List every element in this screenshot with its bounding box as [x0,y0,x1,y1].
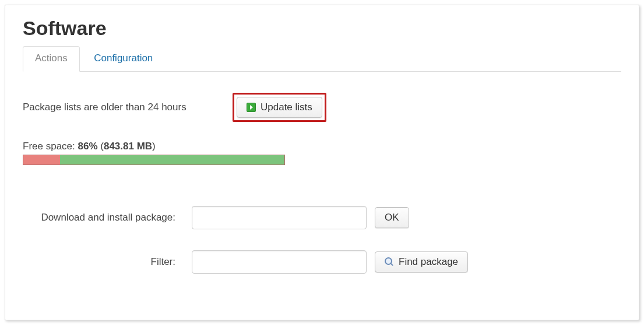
free-space-prefix: Free space: [23,141,78,152]
reload-icon [247,103,256,112]
update-lists-button[interactable]: Update lists [237,97,322,118]
ok-button[interactable]: OK [375,207,409,228]
disk-used-segment [23,155,60,165]
update-lists-label: Update lists [261,102,312,113]
highlight-marker: Update lists [233,93,326,122]
tab-bar: Actions Configuration [23,46,621,72]
filter-row: Filter: Find package [23,250,621,274]
search-icon [385,257,394,267]
find-package-label: Find package [399,256,458,268]
page-title: Software [23,17,621,40]
free-space-percent: 86% [78,141,98,152]
filter-label: Filter: [23,256,192,268]
download-package-input[interactable] [192,206,367,229]
software-panel: Software Actions Configuration Package l… [5,5,639,320]
free-space-open: ( [98,141,104,152]
tab-configuration[interactable]: Configuration [82,47,164,71]
disk-free-segment [60,155,284,165]
package-list-status-text: Package lists are older than 24 hours [23,102,233,113]
disk-usage-bar [23,155,285,165]
package-list-status-row: Package lists are older than 24 hours Up… [23,93,621,122]
download-label: Download and install package: [23,212,192,223]
free-space-size: 843.81 MB [104,141,152,152]
filter-input[interactable] [192,250,367,274]
ok-button-label: OK [385,212,399,223]
free-space-close: ) [152,141,156,152]
free-space-label: Free space: 86% (843.81 MB) [23,141,621,152]
tab-configuration-label: Configuration [94,53,153,64]
download-row: Download and install package: OK [23,206,621,229]
tab-actions[interactable]: Actions [23,46,80,72]
find-package-button[interactable]: Find package [375,251,468,272]
tab-actions-label: Actions [35,53,68,64]
